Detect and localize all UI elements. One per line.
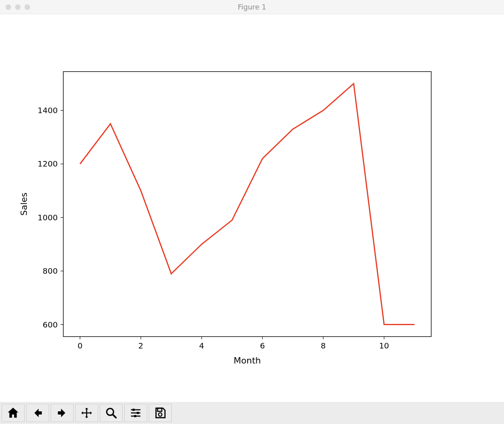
svg-rect-3 (133, 409, 135, 411)
arrow-right-icon (56, 407, 68, 419)
pan-button[interactable] (75, 404, 98, 422)
svg-rect-8 (157, 408, 162, 411)
y-tick-label: 1200 (38, 159, 58, 168)
sliders-icon (129, 407, 142, 419)
x-axis-label: Month (234, 356, 261, 365)
back-button[interactable] (26, 404, 49, 422)
svg-point-9 (159, 413, 162, 416)
y-tick-label: 1000 (38, 213, 58, 222)
x-tick-label: 6 (260, 341, 265, 350)
axes-frame (63, 72, 431, 337)
plot-area: 0246810600800100012001400MonthSales (0, 14, 504, 402)
arrow-left-icon (31, 407, 44, 419)
y-tick-label: 800 (43, 266, 58, 276)
svg-rect-5 (137, 412, 139, 414)
minimize-window-icon[interactable] (15, 4, 21, 10)
home-icon (7, 407, 19, 419)
close-window-icon[interactable] (6, 4, 11, 10)
x-tick-label: 8 (321, 341, 326, 350)
magnifier-icon (105, 407, 117, 419)
window-title: Figure 1 (0, 3, 504, 11)
x-tick-label: 4 (199, 341, 204, 350)
save-icon (154, 407, 167, 419)
window-controls (0, 4, 30, 10)
y-tick-label: 600 (43, 320, 58, 329)
forward-button[interactable] (51, 404, 74, 422)
home-button[interactable] (2, 404, 25, 422)
data-line (80, 83, 414, 324)
svg-line-1 (113, 415, 116, 418)
zoom-button[interactable] (100, 404, 123, 422)
matplotlib-toolbar (0, 402, 504, 424)
x-tick-label: 0 (78, 341, 83, 350)
y-axis-label: Sales (19, 193, 29, 216)
y-tick-label: 1400 (38, 106, 58, 115)
save-button[interactable] (149, 404, 172, 422)
svg-rect-7 (134, 415, 136, 417)
chart-canvas: 0246810600800100012001400MonthSales (0, 14, 504, 402)
figure-window: Figure 1 0246810600800100012001400MonthS… (0, 0, 504, 424)
titlebar: Figure 1 (0, 0, 504, 14)
x-tick-label: 10 (379, 341, 389, 350)
x-tick-label: 2 (138, 341, 144, 350)
maximize-window-icon[interactable] (25, 4, 30, 10)
move-icon (80, 407, 93, 419)
configure-button[interactable] (124, 404, 147, 422)
